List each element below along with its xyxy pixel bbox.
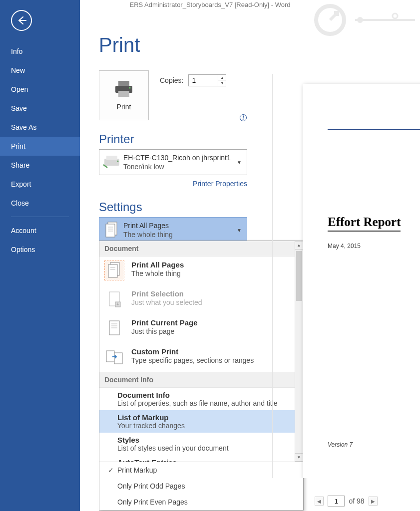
sidebar-item-export[interactable]: Export <box>0 175 80 194</box>
preview-doc-title: Effort Report <box>328 215 401 232</box>
svg-rect-6 <box>118 91 129 97</box>
pages-icon <box>104 221 120 239</box>
printer-icon <box>113 80 134 98</box>
sidebar-item-save[interactable]: Save <box>0 99 80 118</box>
svg-rect-4 <box>118 81 129 86</box>
svg-rect-8 <box>104 159 119 166</box>
check-label: Only Print Even Pages <box>117 498 188 506</box>
info-title: Document Info <box>117 391 298 399</box>
preview-doc-version: Version 7 <box>328 441 353 448</box>
backstage-sidebar: InfoNewOpenSaveSave AsPrintShareExportCl… <box>0 0 80 511</box>
copies-spinner: ▲ ▼ <box>218 74 226 86</box>
sidebar-item-close[interactable]: Close <box>0 194 80 213</box>
option-icon <box>104 260 124 280</box>
svg-rect-17 <box>108 264 117 277</box>
sidebar-item-new[interactable]: New <box>0 61 80 80</box>
page-of-label: of 98 <box>349 497 364 505</box>
sidebar-item-info[interactable]: Info <box>0 42 80 61</box>
printer-name: EH-CTE-C130_Ricoh on jhrsprint1 <box>123 154 235 162</box>
prev-page-button[interactable]: ◀ <box>315 497 324 506</box>
sidebar-divider <box>11 217 69 217</box>
info-title: AutoText Entries <box>117 458 298 462</box>
sidebar-item-options[interactable]: Options <box>0 240 80 259</box>
option-icon <box>104 347 124 367</box>
preview-logo-sub: U N I V E R S I T Y <box>328 122 420 127</box>
option-icon <box>104 318 124 338</box>
chevron-down-icon: ▼ <box>235 160 244 165</box>
svg-point-10 <box>117 161 119 162</box>
copies-input[interactable] <box>188 74 218 86</box>
print-button[interactable]: Print <box>99 70 149 120</box>
settings-selected-title: Print All Pages <box>123 222 235 230</box>
svg-point-7 <box>129 87 131 89</box>
printer-dropdown[interactable]: EH-CTE-C130_Ricoh on jhrsprint1 Toner/in… <box>99 149 247 175</box>
arrow-left-icon <box>16 15 27 26</box>
info-title: Styles <box>117 436 298 444</box>
sidebar-item-account[interactable]: Account <box>0 221 80 240</box>
print-button-label: Print <box>117 103 131 111</box>
preview-logo-main: JOHNS HOPKINS <box>328 112 420 123</box>
check-label: Print Markup <box>117 466 157 474</box>
svg-text:+: + <box>116 301 119 307</box>
check-label: Only Print Odd Pages <box>117 482 185 490</box>
print-preview-pane: JOHNS HOPKINS U N I V E R S I T Y Effort… <box>272 74 420 478</box>
page-title: Print <box>99 34 420 56</box>
chevron-down-icon: ▼ <box>235 228 244 233</box>
settings-selected-sub: The whole thing <box>123 231 235 239</box>
copies-label: Copies: <box>160 76 183 84</box>
printer-device-icon <box>102 155 121 170</box>
info-sub: List of styles used in your document <box>117 444 298 452</box>
printer-status: Toner/ink low <box>123 163 235 171</box>
next-page-button[interactable]: ▶ <box>369 497 378 506</box>
sidebar-item-print[interactable]: Print <box>0 137 80 156</box>
svg-rect-9 <box>106 156 117 160</box>
option-icon: + <box>104 289 124 309</box>
spinner-up[interactable]: ▲ <box>218 75 226 80</box>
info-sub: Your tracked changes <box>117 422 298 430</box>
back-button[interactable] <box>11 10 32 31</box>
sidebar-item-open[interactable]: Open <box>0 80 80 99</box>
info-sub: List of properties, such as file name, a… <box>117 399 298 407</box>
page-number-input[interactable] <box>328 496 345 507</box>
spinner-down[interactable]: ▼ <box>218 80 226 86</box>
checkmark-icon: ✓ <box>106 466 115 474</box>
svg-rect-12 <box>106 224 115 237</box>
info-title: List of Markup <box>117 413 298 422</box>
preview-pager: ◀ of 98 ▶ <box>272 491 420 511</box>
info-icon[interactable]: i <box>240 114 247 121</box>
sidebar-item-save-as[interactable]: Save As <box>0 118 80 137</box>
printer-properties-link[interactable]: Printer Properties <box>193 180 247 188</box>
settings-pages-dropdown[interactable]: Print All Pages The whole thing ▼ <box>99 217 247 243</box>
preview-page: JOHNS HOPKINS U N I V E R S I T Y Effort… <box>303 84 420 478</box>
preview-doc-date: May 4, 2015 <box>328 243 420 250</box>
sidebar-item-share[interactable]: Share <box>0 156 80 175</box>
